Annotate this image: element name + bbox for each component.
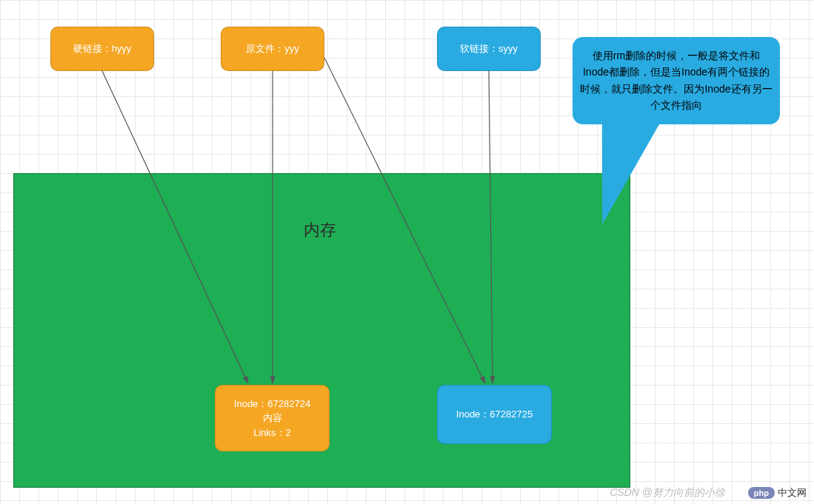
- watermark-csdn: CSDN @努力向前的小徐: [610, 486, 725, 500]
- node-softlink-label: 软链接：syyy: [460, 41, 518, 56]
- php-badge: php: [748, 487, 775, 499]
- node-hardlink: 硬链接：hyyy: [50, 27, 154, 71]
- inode1-line1: Inode：67282724: [234, 397, 310, 411]
- memory-label: 内存: [304, 219, 336, 241]
- inode1-line2: 内容: [263, 411, 282, 426]
- inode1-line3: Links：2: [253, 426, 291, 440]
- watermark-php: php 中文网: [748, 486, 807, 500]
- node-hardlink-label: 硬链接：hyyy: [73, 41, 132, 56]
- callout-text: 使用rm删除的时候，一般是将文件和Inode都删除，但是当Inode有两个链接的…: [580, 50, 772, 111]
- node-origfile: 原文件：yyy: [221, 27, 324, 71]
- inode2-line1: Inode：67282725: [456, 407, 533, 422]
- callout-bubble: 使用rm删除的时候，一般是将文件和Inode都删除，但是当Inode有两个链接的…: [573, 37, 780, 124]
- node-softlink: 软链接：syyy: [437, 27, 541, 71]
- node-origfile-label: 原文件：yyy: [246, 41, 299, 56]
- callout-tail: [587, 121, 661, 224]
- node-inode1: Inode：67282724 内容 Links：2: [215, 385, 330, 451]
- node-inode2: Inode：67282725: [437, 385, 552, 444]
- php-text: 中文网: [778, 486, 807, 500]
